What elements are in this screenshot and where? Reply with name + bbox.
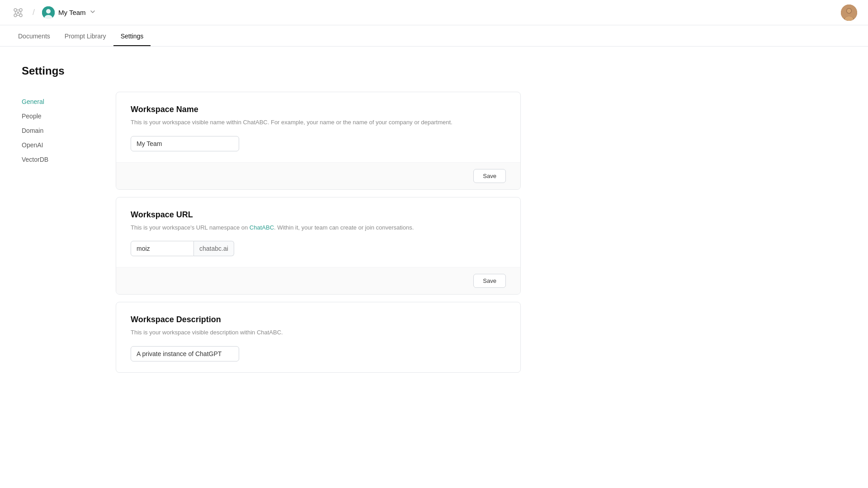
- workspace-description-title: Workspace Description: [131, 315, 506, 324]
- svg-point-1: [19, 9, 22, 11]
- sidebar-item-general[interactable]: General: [22, 95, 94, 108]
- settings-panels: Workspace Name This is your workspace vi…: [116, 92, 521, 380]
- workspace-name-footer: Save: [116, 162, 520, 189]
- sidebar-item-vectordb[interactable]: VectorDB: [22, 153, 94, 166]
- workspace-description-card-body: Workspace Description This is your works…: [116, 302, 520, 372]
- workspace-avatar: [42, 6, 55, 19]
- workspace-name-description: This is your workspace visible name with…: [131, 118, 506, 127]
- svg-point-3: [19, 14, 22, 17]
- workspace-name-title: Workspace Name: [131, 105, 506, 114]
- workspace-url-desc-before: This is your workspace's URL namespace o…: [131, 224, 250, 231]
- chatabc-link[interactable]: ChatABC: [250, 224, 274, 231]
- tab-settings[interactable]: Settings: [113, 25, 151, 46]
- tab-prompt-library[interactable]: Prompt Library: [57, 25, 113, 46]
- svg-point-11: [46, 9, 51, 14]
- workspace-url-title: Workspace URL: [131, 210, 506, 220]
- url-input-group: chatabc.ai: [131, 241, 506, 256]
- workspace-name-card: Workspace Name This is your workspace vi…: [116, 92, 521, 190]
- workspace-url-description: This is your workspace's URL namespace o…: [131, 223, 506, 232]
- nav-tabs: Documents Prompt Library Settings: [0, 25, 868, 47]
- breadcrumb-divider: /: [33, 8, 35, 17]
- settings-sidebar: General People Domain OpenAI VectorDB: [22, 92, 94, 168]
- tab-documents[interactable]: Documents: [11, 25, 57, 46]
- main-content: Settings General People Domain OpenAI Ve…: [0, 47, 542, 398]
- workspace-url-card-body: Workspace URL This is your workspace's U…: [116, 197, 520, 267]
- workspace-description-card: Workspace Description This is your works…: [116, 302, 521, 373]
- workspace-description-desc: This is your workspace visible descripti…: [131, 328, 506, 337]
- user-avatar-image: [841, 5, 857, 21]
- header-left: / My Team: [11, 5, 96, 20]
- svg-point-16: [847, 9, 851, 13]
- workspace-description-input[interactable]: [131, 346, 239, 361]
- workspace-url-card: Workspace URL This is your workspace's U…: [116, 197, 521, 295]
- workspace-name-save-button[interactable]: Save: [473, 169, 506, 183]
- page-title: Settings: [22, 65, 521, 77]
- workspace-url-save-button[interactable]: Save: [473, 274, 506, 288]
- workspace-url-prefix-input[interactable]: [131, 241, 194, 256]
- workspace-url-footer: Save: [116, 267, 520, 294]
- header: / My Team: [0, 0, 868, 25]
- app-logo-icon[interactable]: [11, 5, 25, 20]
- workspace-selector[interactable]: My Team: [42, 6, 96, 19]
- workspace-name-input[interactable]: [131, 136, 239, 151]
- chevron-down-icon: [90, 9, 96, 16]
- workspace-url-suffix: chatabc.ai: [194, 241, 234, 256]
- sidebar-item-openai[interactable]: OpenAI: [22, 139, 94, 151]
- svg-point-2: [14, 14, 17, 17]
- svg-point-0: [14, 9, 17, 11]
- workspace-name-card-body: Workspace Name This is your workspace vi…: [116, 92, 520, 162]
- workspace-name-label: My Team: [58, 9, 86, 16]
- sidebar-item-domain[interactable]: Domain: [22, 124, 94, 137]
- sidebar-item-people[interactable]: People: [22, 110, 94, 122]
- workspace-url-desc-after: . Within it, your team can create or joi…: [274, 224, 414, 231]
- settings-layout: General People Domain OpenAI VectorDB Wo…: [22, 92, 521, 380]
- user-avatar[interactable]: [841, 5, 857, 21]
